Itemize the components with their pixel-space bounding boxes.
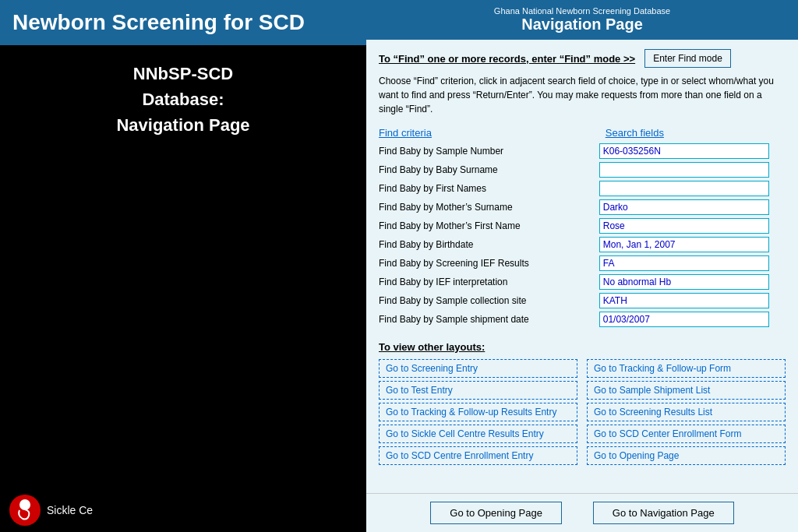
goto-opening-page-button[interactable]: Go to Opening Page [430,502,562,524]
table-row: Find Baby by IEF interpretation [379,273,786,291]
sickle-cell-label: Sickle Ce [47,504,93,516]
search-field-cell [599,179,786,198]
search-field-input[interactable] [599,293,769,308]
table-row: Find Baby by Screening IEF Results [379,254,786,273]
right-panel: Ghana National Newborn Screening Databas… [366,0,798,532]
layout-button-right[interactable]: Go to Tracking & Follow-up Form [587,359,786,378]
search-field-cell [599,217,786,235]
search-field-cell [599,235,786,254]
enter-find-button[interactable]: Enter Find mode [644,49,731,68]
layout-button-left[interactable]: Go to SCD Centre Enrollment Entry [379,446,577,465]
col-criteria-header: Find criteria [379,127,599,142]
criteria-label: Find Baby by Mother’s First Name [379,217,599,235]
table-row: Find Baby by Sample Number [379,142,786,160]
search-field-input[interactable] [599,162,769,178]
table-row: Find Baby by Sample shipment date [379,310,786,329]
left-panel: Newborn Screening for SCD NNbSP-SCD Data… [0,0,366,532]
criteria-label: Find Baby by Birthdate [379,235,599,254]
search-field-cell [599,160,786,179]
layout-button-right[interactable]: Go to SCD Center Enrollment Form [587,425,786,443]
search-field-cell [599,273,786,291]
col-search-header: Search fields [599,127,786,142]
layout-button-left[interactable]: Go to Tracking & Follow-up Results Entry [379,403,577,421]
sickle-cell-icon [9,495,41,526]
table-row: Find Baby by Mother’s First Name [379,217,786,235]
layouts-grid: Go to Screening EntryGo to Tracking & Fo… [379,359,786,465]
layout-button-left[interactable]: Go to Screening Entry [379,359,577,378]
search-field-input[interactable] [599,143,769,159]
search-field-input[interactable] [599,255,769,271]
table-row: Find Baby by Baby Surname [379,160,786,179]
search-field-input[interactable] [599,312,769,327]
search-field-cell [599,291,786,310]
layout-button-left[interactable]: Go to Sickle Cell Centre Results Entry [379,425,577,443]
table-row: Find Baby by Mother’s Surname [379,198,786,217]
layout-button-left[interactable]: Go to Test Entry [379,381,577,400]
svg-point-0 [19,499,30,510]
goto-navigation-page-button[interactable]: Go to Navigation Page [593,502,734,524]
criteria-label: Find Baby by Mother’s Surname [379,198,599,217]
criteria-label: Find Baby by IEF interpretation [379,273,599,291]
criteria-label: Find Baby by Screening IEF Results [379,254,599,273]
find-mode-label: To “Find” one or more records, enter “Fi… [379,53,635,65]
layout-button-right[interactable]: Go to Opening Page [587,446,786,465]
search-field-cell [599,198,786,217]
find-criteria-table: Find criteria Search fields Find Baby by… [379,127,786,329]
table-row: Find Baby by First Names [379,179,786,198]
bottom-nav: Go to Opening Page Go to Navigation Page [366,493,798,532]
search-field-cell [599,142,786,160]
search-field-input[interactable] [599,181,769,196]
table-row: Find Baby by Birthdate [379,235,786,254]
search-field-cell [599,310,786,329]
app-title: Newborn Screening for SCD [0,0,366,45]
db-subtitle: NNbSP-SCD Database: Navigation Page [116,61,249,138]
left-footer: Go to Opening Page Sickle Ce [0,488,366,532]
criteria-label: Find Baby by First Names [379,179,599,198]
page-header: Ghana National Newborn Screening Databas… [366,0,798,40]
search-field-input[interactable] [599,218,769,234]
find-mode-row: To “Find” one or more records, enter “Fi… [379,49,786,68]
layout-button-right[interactable]: Go to Sample Shipment List [587,381,786,400]
search-field-cell [599,254,786,273]
search-field-input[interactable] [599,237,769,252]
criteria-label: Find Baby by Sample Number [379,142,599,160]
layout-button-right[interactable]: Go to Screening Results List [587,403,786,421]
view-layouts-title: To view other layouts: [379,341,786,353]
table-row: Find Baby by Sample collection site [379,291,786,310]
criteria-label: Find Baby by Sample collection site [379,291,599,310]
criteria-label: Find Baby by Baby Surname [379,160,599,179]
search-field-input[interactable] [599,199,769,215]
main-content: To “Find” one or more records, enter “Fi… [366,40,798,493]
search-field-input[interactable] [599,274,769,290]
header-subtitle: Ghana National Newborn Screening Databas… [376,6,789,16]
criteria-label: Find Baby by Sample shipment date [379,310,599,329]
find-description: Choose “Find” criterion, click in adjace… [379,74,786,116]
header-title: Navigation Page [376,16,789,33]
